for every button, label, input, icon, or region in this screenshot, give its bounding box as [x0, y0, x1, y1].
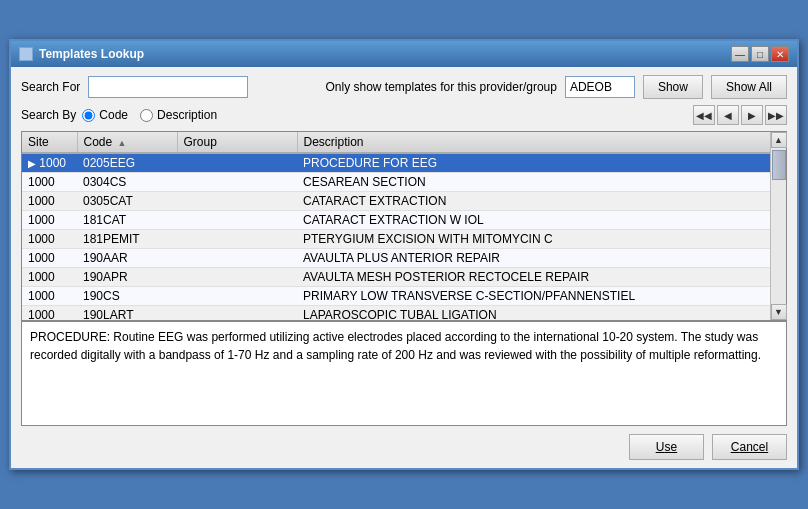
provider-input[interactable] — [565, 76, 635, 98]
col-header-code[interactable]: Code ▲ — [77, 132, 177, 153]
title-bar: Templates Lookup — □ ✕ — [11, 41, 797, 67]
show-all-button[interactable]: Show All — [711, 75, 787, 99]
table-row[interactable]: 1000181CATCATARACT EXTRACTION W IOL — [22, 211, 770, 230]
row-site-indicator: 1000 — [22, 306, 77, 321]
nav-next-button[interactable]: ▶ — [741, 105, 763, 125]
preview-box: PROCEDURE: Routine EEG was performed uti… — [21, 321, 787, 426]
row-site-indicator: 1000 — [22, 173, 77, 192]
cancel-button[interactable]: Cancel — [712, 434, 787, 460]
row-site-indicator: ▶ 1000 — [22, 153, 77, 173]
use-button[interactable]: Use — [629, 434, 704, 460]
radio-description-label[interactable]: Description — [140, 108, 217, 122]
col-header-site: Site — [22, 132, 77, 153]
row-group — [177, 211, 297, 230]
table-row[interactable]: 1000181PEMITPTERYGIUM EXCISION WITH MITO… — [22, 230, 770, 249]
row-code: 0305CAT — [77, 192, 177, 211]
table-row[interactable]: 1000190LARTLAPAROSCOPIC TUBAL LIGATION — [22, 306, 770, 321]
radio-code-label[interactable]: Code — [82, 108, 128, 122]
scrollbar-track: ▲ ▼ — [770, 132, 786, 320]
col-header-description: Description — [297, 132, 770, 153]
row-group — [177, 306, 297, 321]
cancel-button-label: Cancel — [731, 440, 768, 454]
row-description: CESAREAN SECTION — [297, 173, 770, 192]
minimize-button[interactable]: — — [731, 46, 749, 62]
table-row[interactable]: 1000190CSPRIMARY LOW TRANSVERSE C-SECTIO… — [22, 287, 770, 306]
table-row[interactable]: 1000190APRAVAULTA MESH POSTERIOR RECTOCE… — [22, 268, 770, 287]
row-site-indicator: 1000 — [22, 230, 77, 249]
row-description: PTERYGIUM EXCISION WITH MITOMYCIN C — [297, 230, 770, 249]
row-description: LAPAROSCOPIC TUBAL LIGATION — [297, 306, 770, 321]
search-for-label: Search For — [21, 80, 80, 94]
radio-code-text: Code — [99, 108, 128, 122]
row-site-indicator: 1000 — [22, 268, 77, 287]
search-by-label: Search By — [21, 108, 76, 122]
row-group — [177, 173, 297, 192]
preview-text: PROCEDURE: Routine EEG was performed uti… — [30, 330, 761, 362]
search-input[interactable] — [88, 76, 248, 98]
row-code: 181CAT — [77, 211, 177, 230]
row-site-indicator: 1000 — [22, 192, 77, 211]
col-header-group: Group — [177, 132, 297, 153]
row-site-indicator: 1000 — [22, 211, 77, 230]
row-group — [177, 268, 297, 287]
cancel-underline: C — [731, 440, 740, 454]
templates-lookup-window: Templates Lookup — □ ✕ Search For Only s… — [9, 39, 799, 470]
table-scroll-area[interactable]: Site Code ▲ Group Description — [22, 132, 770, 320]
table-header-row: Site Code ▲ Group Description — [22, 132, 770, 153]
row-code: 190LART — [77, 306, 177, 321]
row-code: 190CS — [77, 287, 177, 306]
window-icon — [19, 47, 33, 61]
row-code: 0304CS — [77, 173, 177, 192]
provider-label: Only show templates for this provider/gr… — [325, 80, 556, 94]
scrollbar-down-arrow[interactable]: ▼ — [771, 304, 787, 320]
row-group — [177, 249, 297, 268]
row-description: AVAULTA MESH POSTERIOR RECTOCELE REPAIR — [297, 268, 770, 287]
nav-last-button[interactable]: ▶▶ — [765, 105, 787, 125]
row-description: CATARACT EXTRACTION W IOL — [297, 211, 770, 230]
table-row[interactable]: ▶ 10000205EEGPROCEDURE FOR EEG — [22, 153, 770, 173]
radio-code[interactable] — [82, 109, 95, 122]
table-body: ▶ 10000205EEGPROCEDURE FOR EEG 10000304C… — [22, 153, 770, 320]
row-description: CATARACT EXTRACTION — [297, 192, 770, 211]
nav-first-button[interactable]: ◀◀ — [693, 105, 715, 125]
row-site-indicator: 1000 — [22, 249, 77, 268]
table-row[interactable]: 10000305CATCATARACT EXTRACTION — [22, 192, 770, 211]
use-button-label: Use — [656, 440, 677, 454]
table-row[interactable]: 10000304CSCESAREAN SECTION — [22, 173, 770, 192]
maximize-button[interactable]: □ — [751, 46, 769, 62]
nav-prev-button[interactable]: ◀ — [717, 105, 739, 125]
scrollbar-thumb[interactable] — [772, 150, 786, 180]
nav-controls: ◀◀ ◀ ▶ ▶▶ — [693, 105, 787, 125]
radio-description-text: Description — [157, 108, 217, 122]
row-code: 190APR — [77, 268, 177, 287]
row-code: 181PEMIT — [77, 230, 177, 249]
row-group — [177, 287, 297, 306]
close-button[interactable]: ✕ — [771, 46, 789, 62]
table-row[interactable]: 1000190AARAVAULTA PLUS ANTERIOR REPAIR — [22, 249, 770, 268]
row-site-indicator: 1000 — [22, 287, 77, 306]
radio-description[interactable] — [140, 109, 153, 122]
use-underline: U — [656, 440, 665, 454]
row-group — [177, 192, 297, 211]
scrollbar-up-arrow[interactable]: ▲ — [771, 132, 787, 148]
row-description: PROCEDURE FOR EEG — [297, 153, 770, 173]
row-description: PRIMARY LOW TRANSVERSE C-SECTION/PFANNEN… — [297, 287, 770, 306]
code-sort-arrow: ▲ — [118, 138, 127, 148]
row-code: 190AAR — [77, 249, 177, 268]
row-group — [177, 230, 297, 249]
show-button[interactable]: Show — [643, 75, 703, 99]
footer-buttons: Use Cancel — [21, 426, 787, 460]
row-description: AVAULTA PLUS ANTERIOR REPAIR — [297, 249, 770, 268]
templates-table: Site Code ▲ Group Description — [22, 132, 770, 320]
search-by-radio-group: Code Description — [82, 108, 217, 122]
title-buttons: — □ ✕ — [731, 46, 789, 62]
row-group — [177, 153, 297, 173]
window-title: Templates Lookup — [39, 47, 144, 61]
row-code: 0205EEG — [77, 153, 177, 173]
templates-table-wrapper: Site Code ▲ Group Description — [21, 131, 787, 321]
